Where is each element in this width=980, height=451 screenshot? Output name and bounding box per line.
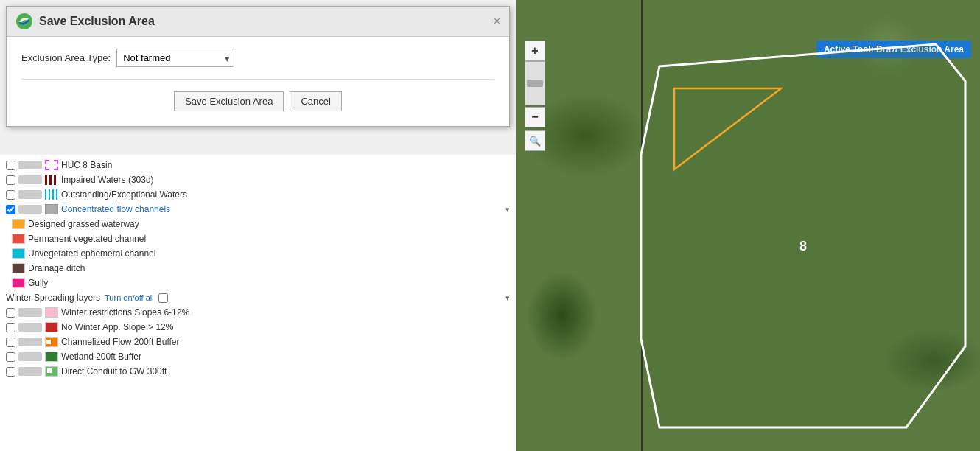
sub-layers: Designed grassed waterway Permanent vege… [6,217,510,290]
list-item: Outstanding/Exceptional Waters [6,187,510,202]
channelized-color [45,337,58,347]
list-item: Designed grassed waterway [12,217,510,231]
unvegetated-label: Unvegetated ephemeral channel [28,248,155,259]
list-item: Concentrated flow channels ▾ [6,202,510,217]
wetland-checkbox[interactable] [6,352,15,362]
winter-section-title: Winter Spreading layers [6,293,100,303]
huc8-toggle[interactable] [18,161,42,169]
winter-slopes-label: Winter restrictions Slopes 6-12% [61,307,189,318]
dialog-header-left: Save Exclusion Area [15,13,155,30]
field-polygon-svg: 8 [516,0,980,451]
dialog-body: Exclusion Area Type: Not farmed Wetland … [7,37,509,126]
list-item: Drainage ditch [12,261,510,276]
winter-slope12-color [45,322,58,332]
impaired-color [45,175,58,185]
zoom-slider[interactable] [525,61,545,105]
winter-slope12-toggle[interactable] [18,323,42,332]
impaired-label: Impaired Waters (303d) [61,175,154,185]
layers-panel: HUC 8 Basin Impaired Waters (303d) Outst… [0,155,516,451]
concentrated-label: Concentrated flow channels [61,204,170,214]
direct-conduit-checkbox[interactable] [6,367,15,377]
field-number-label: 8 [799,239,807,254]
list-item: Permanent vegetated channel [12,231,510,246]
outstanding-toggle[interactable] [18,190,42,199]
impaired-toggle[interactable] [18,175,42,184]
list-item: Unvegetated ephemeral channel [12,246,510,261]
left-panel: Save Exclusion Area × Exclusion Area Typ… [0,0,516,451]
map-panel: Active Tool: Draw Exclusion Area 8 + − 🔍 [516,0,980,451]
concentrated-toggle[interactable] [18,205,42,214]
zoom-slider-thumb [527,80,543,87]
exclusion-type-select-wrapper[interactable]: Not farmed Wetland Building Water Other [116,49,234,67]
exclusion-type-label: Exclusion Area Type: [21,52,111,63]
zoom-in-button[interactable]: + [525,41,545,61]
list-item: Direct Conduit to GW 300ft [6,364,510,379]
direct-conduit-color [45,366,58,377]
search-map-button[interactable]: 🔍 [525,130,545,151]
huc8-checkbox[interactable] [6,161,15,170]
ditch-label: Drainage ditch [28,263,85,273]
dialog-footer: Save Exclusion Area Cancel [21,91,494,114]
list-item: Gully [12,276,510,290]
ditch-color [12,263,25,273]
outstanding-color [45,189,58,200]
winter-slope12-label: No Winter App. Slope > 12% [61,322,173,332]
wetland-label: Wetland 200ft Buffer [61,352,141,362]
svg-point-0 [16,13,32,29]
impaired-checkbox[interactable] [6,175,15,185]
concentrated-collapse-icon[interactable]: ▾ [505,205,510,214]
dialog-header: Save Exclusion Area × [7,7,509,37]
list-item: Channelized Flow 200ft Buffer [6,335,510,349]
channelized-toggle[interactable] [18,338,42,346]
dialog-overlay: Save Exclusion Area × Exclusion Area Typ… [0,0,516,133]
unvegetated-color [12,248,25,259]
field-boundary [641,44,965,427]
winter-section-header: Winter Spreading layers Turn on/off all … [6,290,510,305]
cancel-button[interactable]: Cancel [290,91,341,111]
channelized-label: Channelized Flow 200ft Buffer [61,337,180,347]
app-logo-icon [15,13,33,30]
list-item: No Winter App. Slope > 12% [6,320,510,335]
huc8-color [45,160,58,170]
winter-toggle-link[interactable]: Turn on/off all [105,293,154,302]
list-item: Wetland 200ft Buffer [6,349,510,364]
winter-slopes-checkbox[interactable] [6,308,15,318]
vegetated-label: Permanent vegetated channel [28,234,146,244]
wetland-toggle[interactable] [18,352,42,361]
list-item: Winter restrictions Slopes 6-12% [6,305,510,320]
list-item: HUC 8 Basin [6,158,510,172]
winter-slopes-color [45,307,58,318]
save-exclusion-dialog: Save Exclusion Area × Exclusion Area Typ… [6,6,510,127]
winter-all-checkbox[interactable] [158,293,168,303]
channelized-checkbox[interactable] [6,338,15,347]
huc8-label: HUC 8 Basin [61,160,112,170]
map-controls: + − 🔍 [525,41,545,151]
outstanding-label: Outstanding/Exceptional Waters [61,189,187,200]
grassed-label: Designed grassed waterway [28,219,139,229]
save-exclusion-button[interactable]: Save Exclusion Area [174,91,284,111]
list-item: Impaired Waters (303d) [6,172,510,187]
outstanding-checkbox[interactable] [6,190,15,200]
gully-color [12,278,25,288]
wetland-color [45,352,58,362]
direct-conduit-toggle[interactable] [18,367,42,376]
dialog-close-button[interactable]: × [494,15,500,27]
grassed-color [12,219,25,229]
gully-label: Gully [28,278,48,288]
dialog-title: Save Exclusion Area [39,15,155,28]
exclusion-type-select[interactable]: Not farmed Wetland Building Water Other [116,49,234,67]
winter-slopes-toggle[interactable] [18,308,42,317]
winter-slope12-checkbox[interactable] [6,323,15,332]
dialog-divider [21,79,494,80]
form-row: Exclusion Area Type: Not farmed Wetland … [21,49,494,67]
concentrated-checkbox[interactable] [6,205,15,214]
winter-collapse-icon[interactable]: ▾ [505,293,510,303]
concentrated-color [45,204,58,214]
zoom-out-button[interactable]: − [525,107,545,127]
direct-conduit-label: Direct Conduit to GW 300ft [61,366,167,377]
vegetated-color [12,234,25,244]
